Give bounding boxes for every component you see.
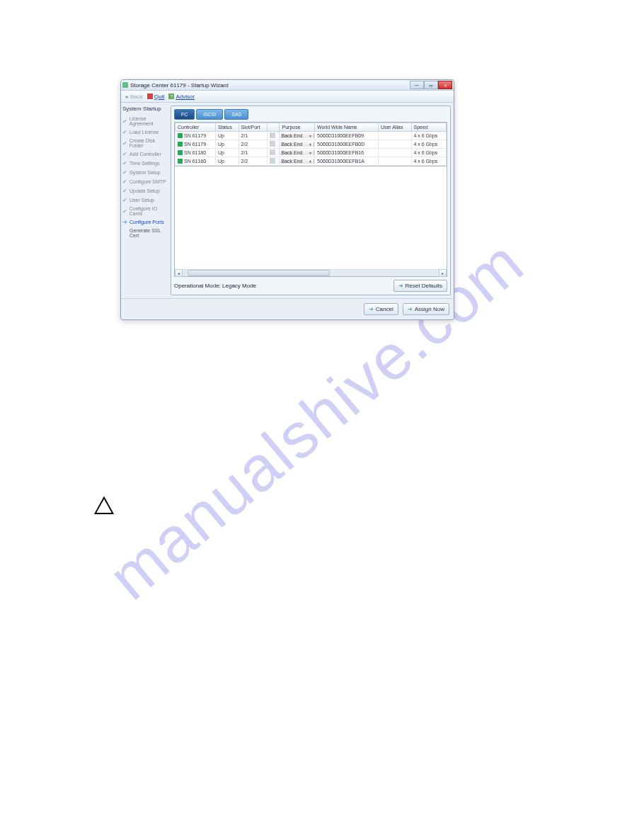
reset-label: Reset Defaults xyxy=(406,283,442,289)
toolbar: ◄ Back Quit ? Advisor xyxy=(121,91,454,103)
check-icon: ✔ xyxy=(122,169,128,176)
cell-wwn: 5000D31000EEFB09 xyxy=(314,132,378,140)
controller-icon xyxy=(178,133,183,138)
cancel-button[interactable]: ➜ Cancel xyxy=(364,303,398,315)
operational-mode-label: Operational Mode: Legacy Mode xyxy=(174,283,256,289)
cell-purpose-icon xyxy=(268,149,280,157)
cell-speed: 4 x 6 Gbps xyxy=(411,140,447,149)
sidebar-item-update-setup[interactable]: ✔Update Setup xyxy=(122,186,169,195)
quit-label: Quit xyxy=(154,93,165,100)
scroll-left-button[interactable]: ◄ xyxy=(175,269,183,277)
cell-purpose-icon xyxy=(268,157,280,166)
advisor-button[interactable]: ? Advisor xyxy=(168,93,195,100)
table-row[interactable]: SN 61180Up2/2Back End▼5000D31000EEFB1A4 … xyxy=(176,157,447,166)
cell-purpose[interactable]: Back End▼ xyxy=(280,157,315,166)
col-purpose[interactable]: Purpose xyxy=(280,123,315,132)
cell-speed: 4 x 6 Gbps xyxy=(411,149,447,157)
table-row[interactable]: SN 61179Up2/1Back End▼5000D31000EEFB094 … xyxy=(176,132,447,140)
purpose-dropdown[interactable]: Back End▼ xyxy=(280,159,314,164)
scroll-right-button[interactable]: ► xyxy=(439,269,447,277)
cell-wwn: 5000D31000EEFB16 xyxy=(314,149,378,157)
check-icon: ✔ xyxy=(122,197,128,203)
ports-table-container: Controller Status Slot/Port Purpose Worl… xyxy=(174,122,447,166)
check-icon: ✔ xyxy=(122,140,128,147)
check-icon: ✔ xyxy=(122,129,128,135)
check-icon: ✔ xyxy=(122,118,128,125)
panel-footer: Operational Mode: Legacy Mode ➜ Reset De… xyxy=(174,280,447,292)
minimize-button[interactable]: — xyxy=(410,81,424,89)
scroll-thumb[interactable] xyxy=(188,270,330,276)
controller-icon xyxy=(178,142,183,147)
table-header-row: Controller Status Slot/Port Purpose Worl… xyxy=(176,123,447,132)
main-panel: FC iSCSI SAS Controller Status Slot/Port… xyxy=(171,106,451,295)
chevron-down-icon: ▼ xyxy=(309,142,312,147)
tab-sas[interactable]: SAS xyxy=(224,109,248,120)
scroll-track[interactable] xyxy=(183,270,439,276)
tab-iscsi[interactable]: iSCSI xyxy=(196,109,223,120)
col-user-alias[interactable]: User Alias xyxy=(378,123,411,132)
arrow-icon: ➔ xyxy=(122,219,128,225)
col-icon[interactable] xyxy=(268,123,280,132)
col-controller[interactable]: Controller xyxy=(176,123,216,132)
reset-defaults-button[interactable]: ➜ Reset Defaults xyxy=(393,280,447,292)
sidebar-item-create-disk-folder[interactable]: ✔Create Disk Folder xyxy=(122,137,169,149)
cell-alias[interactable] xyxy=(378,157,411,166)
cell-purpose[interactable]: Back End▼ xyxy=(280,140,315,149)
cell-alias[interactable] xyxy=(378,149,411,157)
cell-purpose[interactable]: Back End▼ xyxy=(280,132,315,140)
cell-slotport: 2/2 xyxy=(239,140,268,149)
sidebar-item-user-setup[interactable]: ✔User Setup xyxy=(122,195,169,205)
window-controls: — ▭ ✕ xyxy=(410,81,452,89)
sidebar-item-configure-smtp[interactable]: ✔Configure SMTP xyxy=(122,177,169,186)
titlebar: Storage Center 61179 - Startup Wizard — … xyxy=(121,80,454,91)
table-row[interactable]: SN 61180Up2/1Back End▼5000D31000EEFB164 … xyxy=(176,149,447,157)
sidebar-item-configure-ports[interactable]: ➔Configure Ports xyxy=(122,217,169,227)
col-status[interactable]: Status xyxy=(216,123,239,132)
assign-now-button[interactable]: ➜ Assign Now xyxy=(403,303,449,315)
sidebar-item-license-agreement[interactable]: ✔License Agreement xyxy=(122,115,169,127)
tab-fc[interactable]: FC xyxy=(174,109,195,120)
sidebar-item-system-setup[interactable]: ✔System Setup xyxy=(122,168,169,177)
col-wwn[interactable]: World Wide Name xyxy=(314,123,378,132)
maximize-button[interactable]: ▭ xyxy=(424,81,438,89)
col-speed[interactable]: Speed xyxy=(411,123,447,132)
cell-status: Up xyxy=(216,157,239,166)
dialog-footer: ➜ Cancel ➜ Assign Now xyxy=(121,298,454,319)
sidebar-item-generate-ssl-cert[interactable]: Generate SSL Cert xyxy=(122,227,169,239)
cell-alias[interactable] xyxy=(378,132,411,140)
cell-wwn: 5000D31000EEFB0D xyxy=(314,140,378,149)
assign-icon: ➜ xyxy=(408,306,413,312)
help-icon: ? xyxy=(168,93,174,99)
check-icon: ✔ xyxy=(122,188,128,194)
cancel-icon: ➜ xyxy=(369,306,374,312)
back-icon: ◄ xyxy=(124,94,129,99)
sidebar-item-time-settings[interactable]: ✔Time Settings xyxy=(122,159,169,168)
purpose-dropdown[interactable]: Back End▼ xyxy=(280,150,314,155)
cell-slotport: 2/1 xyxy=(239,132,268,140)
quit-button[interactable]: Quit xyxy=(147,93,165,100)
chevron-down-icon: ▼ xyxy=(309,159,312,164)
purpose-dropdown[interactable]: Back End▼ xyxy=(280,142,314,147)
quit-icon xyxy=(147,93,153,99)
table-row[interactable]: SN 61179Up2/2Back End▼5000D31000EEFB0D4 … xyxy=(176,140,447,149)
check-icon: ✔ xyxy=(122,160,128,166)
check-icon: ✔ xyxy=(122,208,128,215)
cell-purpose[interactable]: Back End▼ xyxy=(280,149,315,157)
cell-controller: SN 61180 xyxy=(176,157,216,166)
tabs: FC iSCSI SAS xyxy=(171,106,450,120)
back-button: ◄ Back xyxy=(124,93,143,100)
cell-purpose-icon xyxy=(268,132,280,140)
back-label: Back xyxy=(130,93,143,100)
app-icon xyxy=(122,82,128,88)
close-button[interactable]: ✕ xyxy=(438,81,452,89)
horizontal-scrollbar[interactable]: ◄ ► xyxy=(175,269,447,276)
cell-alias[interactable] xyxy=(378,140,411,149)
col-slotport[interactable]: Slot/Port xyxy=(239,123,268,132)
sidebar-item-configure-io-cards[interactable]: ✔Configure IO Cards xyxy=(122,205,169,217)
port-icon xyxy=(270,149,275,155)
controller-icon xyxy=(178,150,183,155)
purpose-dropdown[interactable]: Back End▼ xyxy=(280,133,314,138)
sidebar-item-load-license[interactable]: ✔Load License xyxy=(122,127,169,137)
sidebar-item-add-controller[interactable]: ✔Add Controller xyxy=(122,149,169,159)
table-empty-area: ◄ ► xyxy=(174,166,447,277)
